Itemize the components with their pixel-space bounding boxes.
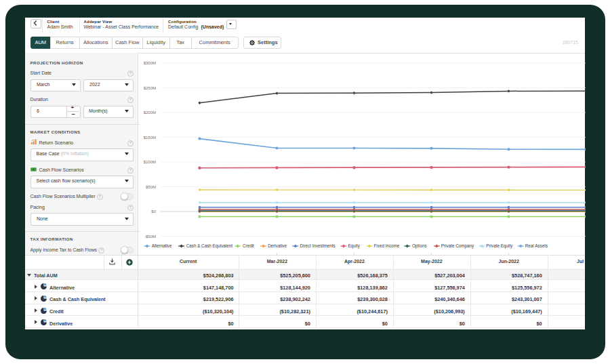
svg-text:$150M: $150M (143, 136, 155, 140)
svg-text:-$50M: -$50M (144, 235, 155, 239)
svg-text:Private Equity: Private Equity (486, 243, 513, 249)
svg-text:$250M: $250M (143, 86, 155, 90)
svg-text:$300M: $300M (143, 61, 155, 65)
svg-text:Alternative: Alternative (151, 243, 171, 248)
svg-text:Equity: Equity (348, 243, 360, 249)
svg-text:Fixed Income: Fixed Income (373, 243, 399, 248)
svg-text:$50M: $50M (145, 185, 155, 189)
svg-text:Credit: Credit (243, 243, 254, 248)
svg-text:Derivative: Derivative (268, 243, 287, 248)
svg-text:Cash & Cash Equivalent: Cash & Cash Equivalent (186, 243, 232, 249)
svg-text:$100M: $100M (143, 160, 155, 164)
svg-text:Private Company: Private Company (441, 243, 474, 249)
svg-text:$200M: $200M (143, 110, 155, 115)
svg-text:$0: $0 (151, 209, 156, 214)
svg-text:Real Assets: Real Assets (525, 243, 547, 248)
svg-text:Options: Options (411, 243, 426, 249)
svg-text:Direct Investments: Direct Investments (300, 243, 335, 248)
